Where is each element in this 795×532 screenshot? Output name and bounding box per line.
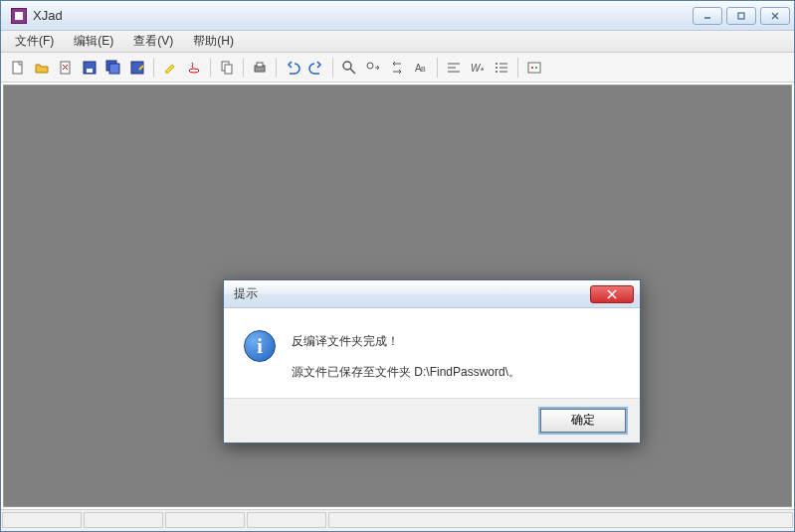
goto-button[interactable]: AB: [410, 57, 432, 79]
dialog-title: 提示: [230, 285, 590, 302]
find-next-button[interactable]: [362, 57, 384, 79]
svg-rect-4: [13, 62, 22, 74]
java-button[interactable]: [183, 57, 205, 79]
new-file-icon: [10, 60, 26, 76]
close-icon: [770, 11, 780, 21]
toolbar-separator: [276, 58, 277, 78]
goto-icon: AB: [413, 60, 429, 76]
dialog-message-line1: 反编译文件夹完成！: [292, 330, 620, 353]
menu-edit[interactable]: 编辑(E): [64, 31, 123, 52]
replace-button[interactable]: [386, 57, 408, 79]
svg-rect-1: [738, 13, 744, 19]
dialog-close-button[interactable]: [590, 285, 634, 303]
svg-text:W: W: [471, 63, 482, 74]
menu-file[interactable]: 文件(F): [5, 31, 64, 52]
close-icon: [58, 60, 74, 76]
save-all-button[interactable]: [102, 57, 124, 79]
svg-point-29: [496, 67, 497, 69]
svg-rect-33: [528, 63, 540, 73]
menu-help[interactable]: 帮助(H): [183, 31, 244, 52]
toolbar-separator: [437, 58, 438, 78]
dialog-body: i 反编译文件夹完成！ 源文件已保存至文件夹 D:\FindPassword\。: [224, 308, 640, 398]
svg-rect-15: [225, 65, 232, 74]
toolbar-separator: [153, 58, 154, 78]
list-icon: [494, 60, 509, 76]
svg-point-18: [343, 62, 351, 70]
minimize-button[interactable]: [693, 7, 722, 25]
find-next-icon: [365, 60, 381, 76]
settings-icon: [526, 60, 542, 76]
list-button[interactable]: [491, 57, 512, 79]
toolbar-separator: [332, 58, 333, 78]
status-bar: [1, 509, 794, 531]
close-icon: [607, 289, 617, 299]
toolbar: ABW: [1, 53, 794, 83]
print-button[interactable]: [249, 57, 271, 79]
redo-icon: [308, 60, 324, 76]
toolbar-separator: [210, 58, 211, 78]
word-wrap-icon: W: [470, 60, 486, 76]
java-icon: [186, 60, 202, 76]
redo-button[interactable]: [305, 57, 327, 79]
settings-button[interactable]: [523, 57, 545, 79]
minimize-icon: [702, 11, 712, 21]
find-icon: [341, 60, 357, 76]
menu-bar: 文件(F) 编辑(E) 查看(V) 帮助(H): [1, 31, 794, 53]
svg-rect-17: [257, 63, 263, 67]
save-button[interactable]: [79, 57, 100, 79]
maximize-icon: [736, 11, 746, 21]
ok-button[interactable]: 确定: [540, 409, 626, 433]
copy-button[interactable]: [216, 57, 238, 79]
find-button[interactable]: [338, 57, 360, 79]
svg-point-27: [496, 63, 497, 65]
save-as-icon: [129, 60, 145, 76]
mdi-content-area: 提示 i 反编译文件夹完成！ 源文件已保存至文件夹 D:\FindPasswor…: [3, 85, 792, 507]
highlight-icon: [162, 60, 178, 76]
copy-icon: [219, 60, 235, 76]
title-bar: XJad: [1, 1, 794, 31]
svg-line-19: [350, 69, 355, 74]
status-cell: [247, 512, 326, 528]
maximize-button[interactable]: [726, 7, 756, 25]
save-as-button[interactable]: [126, 57, 148, 79]
window-controls: [693, 7, 790, 25]
dialog-footer: 确定: [224, 398, 640, 443]
svg-point-34: [531, 67, 533, 69]
status-cell: [2, 512, 82, 528]
new-file-button[interactable]: [7, 57, 29, 79]
replace-icon: [389, 60, 405, 76]
undo-button[interactable]: [282, 57, 303, 79]
open-file-icon: [34, 60, 50, 76]
message-dialog: 提示 i 反编译文件夹完成！ 源文件已保存至文件夹 D:\FindPasswor…: [223, 279, 641, 443]
dialog-message-line2: 源文件已保存至文件夹 D:\FindPassword\。: [292, 361, 620, 384]
open-file-button[interactable]: [31, 57, 53, 79]
status-cell: [84, 512, 163, 528]
align-left-icon: [446, 60, 462, 76]
align-left-button[interactable]: [443, 57, 465, 79]
app-icon: [11, 8, 27, 24]
toolbar-separator: [243, 58, 244, 78]
menu-view[interactable]: 查看(V): [123, 31, 183, 52]
main-window: XJad 文件(F) 编辑(E) 查看(V) 帮助(H) ABW 提示: [0, 0, 795, 532]
word-wrap-button[interactable]: W: [467, 57, 489, 79]
save-all-icon: [105, 60, 121, 76]
undo-icon: [285, 60, 300, 76]
status-cell: [328, 512, 793, 528]
dialog-title-bar: 提示: [224, 280, 640, 308]
highlight-button[interactable]: [159, 57, 181, 79]
svg-point-31: [496, 71, 497, 73]
svg-rect-11: [109, 64, 119, 74]
save-icon: [82, 60, 98, 76]
toolbar-separator: [517, 58, 518, 78]
print-icon: [252, 60, 268, 76]
close-button[interactable]: [760, 7, 790, 25]
status-cell: [165, 512, 245, 528]
svg-rect-9: [87, 69, 93, 73]
svg-point-20: [367, 63, 373, 69]
svg-point-35: [535, 67, 537, 69]
close-button[interactable]: [55, 57, 77, 79]
dialog-message: 反编译文件夹完成！ 源文件已保存至文件夹 D:\FindPassword\。: [292, 330, 620, 384]
svg-text:B: B: [421, 66, 426, 73]
window-title: XJad: [33, 8, 693, 23]
svg-point-13: [189, 69, 199, 73]
